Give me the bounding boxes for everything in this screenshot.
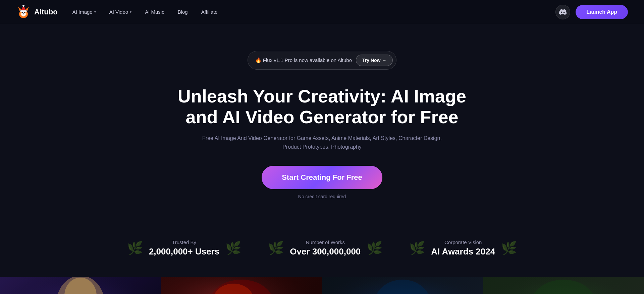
stat-value-works: Over 300,000,000 (290, 246, 361, 257)
logo[interactable]: Aitubo (16, 5, 58, 19)
discord-button[interactable] (555, 5, 570, 19)
svg-point-5 (22, 12, 23, 13)
logo-text: Aitubo (34, 8, 58, 16)
stat-text-users: Trusted By 2,000,000+ Users (149, 239, 219, 257)
svg-marker-2 (18, 7, 21, 11)
laurel-right-icon-2: 🌿 (367, 241, 382, 255)
gallery-image-2 (161, 277, 322, 294)
nav-item-blog[interactable]: Blog (176, 7, 189, 17)
svg-rect-14 (161, 277, 322, 294)
svg-point-18 (374, 280, 431, 294)
discord-icon (559, 8, 567, 16)
laurel-left-icon-2: 🌿 (268, 241, 284, 255)
laurel-left-icon: 🌿 (127, 241, 143, 255)
laurel-right-icon-3: 🌿 (501, 241, 517, 255)
svg-point-13 (64, 278, 97, 294)
stat-item-works: 🌿 Number of Works Over 300,000,000 🌿 (268, 239, 382, 257)
stat-label-users: Trusted By (149, 239, 219, 245)
navbar-right: Launch App (555, 5, 628, 19)
svg-marker-3 (25, 7, 29, 11)
chevron-down-icon: ▾ (130, 10, 131, 14)
try-now-button[interactable]: Try Now → (356, 55, 393, 66)
svg-point-20 (531, 280, 596, 294)
navbar-left: Aitubo AI Image ▾ AI Video ▾ AI Music Bl… (16, 5, 219, 19)
svg-point-10 (22, 5, 24, 7)
gallery-image-3 (322, 277, 483, 294)
stat-item-users: 🌿 Trusted By 2,000,000+ Users 🌿 (127, 239, 241, 257)
hero-section: 🔥 Flux v1.1 Pro is now available on Aitu… (0, 24, 644, 219)
svg-rect-17 (322, 277, 483, 294)
chevron-down-icon: ▾ (94, 10, 96, 14)
start-creating-button[interactable]: Start Creating For Free (262, 166, 382, 189)
nav-items: AI Image ▾ AI Video ▾ AI Music Blog Affi… (71, 7, 219, 17)
gallery-item-4 (483, 277, 644, 294)
gallery-item-1 (0, 277, 161, 294)
svg-rect-9 (20, 10, 27, 12)
stat-text-awards: Corporate Vision AI Awards 2024 (431, 239, 495, 257)
gallery-image-4 (483, 277, 644, 294)
svg-point-12 (56, 277, 105, 294)
logo-icon (16, 5, 31, 19)
stats-row: 🌿 Trusted By 2,000,000+ Users 🌿 🌿 Number… (0, 219, 644, 270)
svg-rect-11 (0, 277, 161, 294)
announcement-text: 🔥 Flux v1.1 Pro is now available on Aitu… (255, 57, 352, 63)
stat-text-works: Number of Works Over 300,000,000 (290, 239, 361, 257)
navbar: Aitubo AI Image ▾ AI Video ▾ AI Music Bl… (0, 0, 644, 24)
gallery-strip (0, 277, 644, 294)
hero-subtitle: Free AI Image And Video Generator for Ga… (195, 134, 449, 151)
nav-item-affiliate[interactable]: Affiliate (200, 7, 219, 17)
launch-app-button[interactable]: Launch App (576, 5, 628, 19)
svg-point-7 (23, 13, 24, 14)
nav-item-ai-music[interactable]: AI Music (144, 7, 166, 17)
no-credit-text: No credit card required (298, 194, 346, 199)
nav-item-ai-image[interactable]: AI Image ▾ (71, 7, 97, 17)
nav-item-ai-video[interactable]: AI Video ▾ (108, 7, 133, 17)
stat-value-users: 2,000,000+ Users (149, 246, 219, 257)
stat-value-awards: AI Awards 2024 (431, 246, 495, 257)
svg-rect-19 (483, 277, 644, 294)
hero-title: Unleash Your Creativity: AI Image and AI… (171, 86, 473, 127)
svg-point-15 (209, 280, 274, 294)
gallery-item-2 (161, 277, 322, 294)
announcement-bar: 🔥 Flux v1.1 Pro is now available on Aitu… (248, 51, 397, 70)
svg-point-16 (213, 284, 254, 294)
laurel-right-icon: 🌿 (225, 241, 241, 255)
svg-point-6 (24, 12, 25, 13)
stat-label-works: Number of Works (290, 239, 361, 245)
laurel-left-icon-3: 🌿 (409, 241, 425, 255)
gallery-item-3 (322, 277, 483, 294)
gallery-image-1 (0, 277, 161, 294)
stat-label-awards: Corporate Vision (431, 239, 495, 245)
stat-item-awards: 🌿 Corporate Vision AI Awards 2024 🌿 (409, 239, 517, 257)
